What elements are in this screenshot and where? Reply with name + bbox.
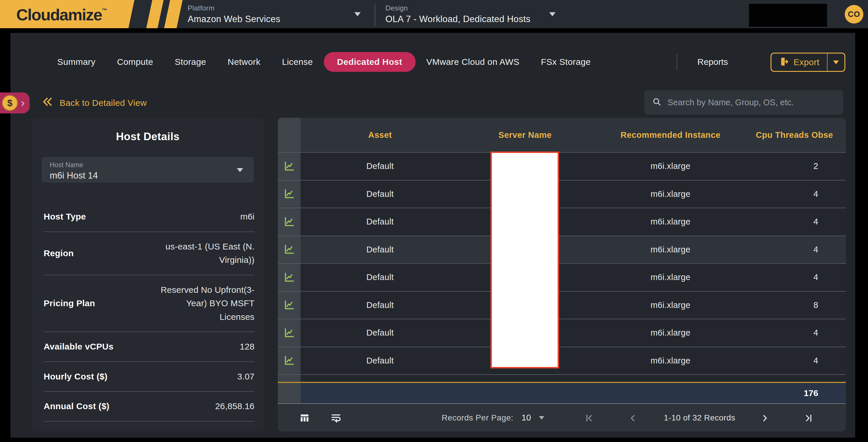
- chevron-down-icon[interactable]: [354, 12, 361, 16]
- cell-recommended-instance: m6i.xlarge: [590, 236, 750, 263]
- server-name-redaction-box: [490, 152, 559, 369]
- tab-summary[interactable]: Summary: [46, 57, 106, 67]
- first-page-button[interactable]: [582, 411, 596, 425]
- host-name-select[interactable]: Host Name m6i Host 14: [41, 157, 254, 183]
- field-value: 128: [157, 340, 254, 354]
- cell-recommended-instance: m6i.xlarge: [590, 153, 750, 180]
- chevron-down-icon[interactable]: [539, 416, 544, 420]
- chevron-down-icon: [833, 61, 839, 64]
- table-row[interactable]: Default m6i.xlarge 4: [278, 208, 846, 235]
- back-to-detailed-view-link[interactable]: Back to Detailed View: [41, 96, 147, 109]
- header-divider: [375, 4, 375, 26]
- avatar[interactable]: CO: [845, 5, 863, 24]
- chevron-down-icon: [237, 168, 243, 172]
- column-header-recommended-instance[interactable]: Recommended Instance: [590, 118, 750, 152]
- last-page-button[interactable]: [801, 411, 816, 425]
- cell-asset: Default: [301, 264, 460, 291]
- records-per-page-select[interactable]: 10: [522, 413, 531, 422]
- cell-cpu-threads: 8: [750, 292, 846, 319]
- table-row[interactable]: Default m6i.xlarge 4: [278, 263, 846, 291]
- tab-license[interactable]: License: [271, 57, 323, 67]
- design-label: Design: [385, 4, 531, 12]
- row-chart-icon[interactable]: [278, 236, 301, 263]
- row-chart-icon[interactable]: [278, 264, 301, 291]
- row-chart-icon[interactable]: [278, 208, 301, 235]
- export-dropdown-toggle[interactable]: [828, 61, 844, 64]
- table-row[interactable]: Default m6i.xlarge 4: [278, 347, 846, 375]
- platform-select[interactable]: Platform Amazon Web Services: [188, 4, 280, 25]
- row-chart-icon[interactable]: [278, 181, 301, 208]
- cell-recommended-instance: m6i.xlarge: [590, 181, 750, 208]
- pagination-range-label: 1-10 of 32 Records: [653, 413, 746, 422]
- row-chart-icon[interactable]: [278, 292, 301, 319]
- export-button[interactable]: Export: [771, 53, 845, 72]
- search-icon: [652, 97, 662, 108]
- cell-recommended-instance: m6i.xlarge: [590, 292, 750, 319]
- search-input[interactable]: [668, 98, 836, 107]
- host-name-value: m6i Host 14: [50, 170, 98, 181]
- summary-empty: [301, 383, 460, 403]
- row-chart-icon[interactable]: [278, 347, 301, 375]
- table-row[interactable]: Default m6i.xlarge 8: [278, 291, 846, 319]
- cell-cpu-threads: 4: [750, 347, 846, 375]
- brand-text: Cloudamize: [16, 5, 102, 24]
- field-value: m6i: [157, 210, 254, 224]
- field-label: Hourly Cost ($): [43, 372, 131, 381]
- table-row[interactable]: Default m6i.xlarge 2: [278, 152, 846, 180]
- column-header-asset[interactable]: Asset: [301, 118, 460, 152]
- export-main[interactable]: Export: [771, 56, 827, 68]
- tab-storage[interactable]: Storage: [164, 57, 217, 67]
- tab-compute[interactable]: Compute: [106, 57, 164, 67]
- dollar-icon: $: [2, 95, 18, 111]
- tab-fsx-storage[interactable]: FSx Storage: [530, 57, 601, 67]
- columns-icon[interactable]: [298, 411, 311, 424]
- field-available-vcpus: Available vCPUs 128: [43, 332, 254, 362]
- design-value: OLA 7 - Workload, Dedicated Hosts: [385, 14, 531, 25]
- field-value: Reserved No Upfront(3-Year) BYO MSFT Lic…: [157, 283, 254, 324]
- table-gap-row: [278, 374, 846, 382]
- cell-asset: Default: [301, 347, 460, 375]
- tab-dedicated-host[interactable]: Dedicated Host: [324, 52, 416, 72]
- tab-reports[interactable]: Reports: [694, 52, 732, 72]
- records-per-page-label: Records Per Page:: [429, 413, 514, 422]
- column-header-server-name[interactable]: Server Name: [460, 118, 590, 152]
- field-value: 3.07: [157, 370, 254, 384]
- wrap-text-icon[interactable]: [330, 411, 342, 424]
- next-page-button[interactable]: [758, 411, 772, 425]
- export-button-divider: [827, 54, 828, 71]
- field-label: Available vCPUs: [43, 342, 131, 352]
- search-box[interactable]: [644, 90, 843, 115]
- field-pricing-plan: Pricing Plan Reserved No Upfront(3-Year)…: [43, 275, 254, 333]
- row-chart-icon[interactable]: [278, 153, 301, 180]
- export-label: Export: [794, 57, 819, 67]
- summary-row: 176: [278, 383, 846, 403]
- cell-asset: Default: [301, 181, 460, 208]
- chevron-down-icon[interactable]: [549, 12, 556, 16]
- tab-vmware-cloud[interactable]: VMware Cloud on AWS: [416, 57, 530, 67]
- cost-drawer-toggle[interactable]: $ ›: [0, 92, 30, 114]
- icon-column-header: [278, 118, 301, 152]
- cell-recommended-instance: m6i.xlarge: [590, 319, 750, 347]
- servers-table-card: Asset Server Name Recommended Instance C…: [278, 118, 846, 432]
- table-row[interactable]: Default m6i.xlarge 4: [278, 180, 846, 208]
- field-value: us-east-1 (US East (N. Virginia)): [157, 240, 254, 267]
- cell-cpu-threads: 4: [750, 181, 846, 208]
- cell-cpu-threads: 4: [750, 264, 846, 291]
- tab-network[interactable]: Network: [217, 57, 271, 67]
- back-link-label: Back to Detailed View: [60, 98, 147, 108]
- previous-page-button[interactable]: [625, 411, 640, 425]
- column-header-cpu-threads[interactable]: Cpu Threads Obse: [750, 118, 846, 152]
- table-row-selected[interactable]: Default m6i.xlarge 4: [278, 235, 846, 263]
- table-row[interactable]: Default m6i.xlarge 4: [278, 319, 846, 347]
- row-chart-icon[interactable]: [278, 319, 301, 347]
- cell-asset: Default: [301, 292, 460, 319]
- cell-recommended-instance: m6i.xlarge: [590, 208, 750, 235]
- design-select[interactable]: Design OLA 7 - Workload, Dedicated Hosts: [385, 4, 531, 25]
- export-icon: [779, 56, 789, 68]
- brand-name: Cloudamize™: [16, 5, 107, 24]
- platform-label: Platform: [188, 4, 280, 12]
- cell-cpu-threads: 4: [750, 236, 846, 263]
- back-chevrons-icon: [41, 96, 53, 109]
- host-fields: Host Type m6i Region us-east-1 (US East …: [43, 202, 254, 422]
- app-header: Cloudamize™ Platform Amazon Web Services…: [0, 0, 868, 28]
